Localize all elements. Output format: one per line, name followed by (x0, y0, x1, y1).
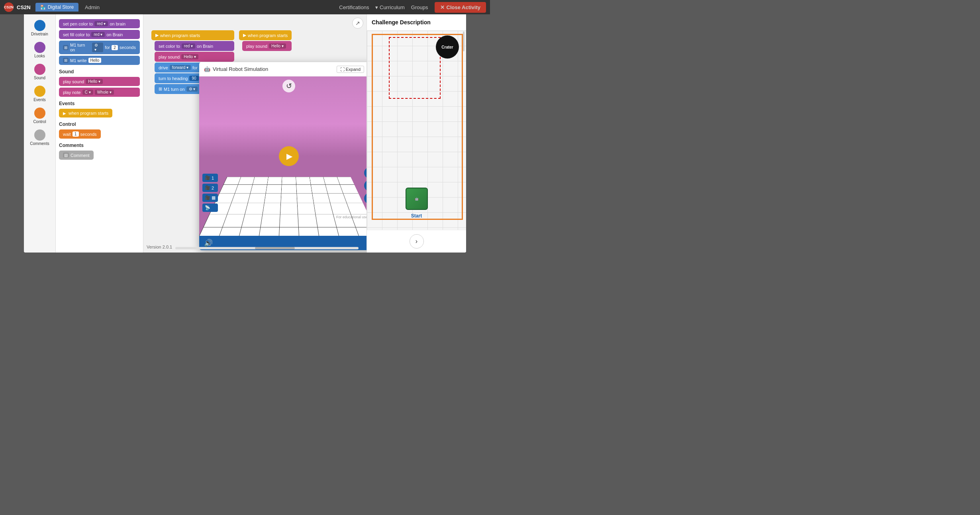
events-section-title: Events (59, 101, 140, 106)
audio-button[interactable]: 🔊 (204, 239, 213, 247)
camera-audio-button[interactable]: 📡 (202, 204, 218, 212)
camera-1-button[interactable]: 🎥1 (202, 174, 218, 182)
workspace: ▶ when program starts set color to red ▾… (143, 14, 367, 253)
m1-write-icon: ⊞ (63, 58, 69, 63)
cs2n-logo: CS2N (4, 2, 14, 12)
challenge-title: Challenge Description (367, 14, 466, 31)
code-stack-2: ▶ when program starts play sound Hello ▾ (239, 30, 292, 52)
challenge-scrollbar-thumb (463, 31, 465, 51)
set-pen-color-block[interactable]: set pen color to red ▾ on brain (59, 19, 140, 28)
close-icon: ✕ (440, 4, 445, 10)
nav-right-section: Certifications ▾ Curriculum Groups ✕ Clo… (339, 2, 486, 13)
sidebar-item-drivetrain[interactable]: Drivetrain (24, 18, 55, 39)
reset-icon: ↺ (286, 82, 292, 90)
m1-write-block[interactable]: ⊞ M1 write Hello (59, 56, 140, 65)
control-section-title: Control (59, 121, 140, 127)
simulation-viewport: ▶ ↺ 🎥1 🎥2 🎥▦ (199, 76, 367, 236)
wait-seconds-block[interactable]: wait 1 seconds (59, 129, 101, 139)
simulation-controls-right: ⬜ ☁ ⊙ (364, 167, 367, 204)
comment-icon: ▧ (63, 153, 69, 158)
sidebar-item-control[interactable]: Control (24, 105, 55, 126)
robot-illustration: 🤖 (406, 188, 428, 210)
sidebar-item-sound[interactable]: Sound (24, 61, 55, 82)
brand-name: CS2N (17, 4, 31, 10)
simulation-floor-grid (199, 177, 367, 236)
store-icon: 🏪 (40, 5, 46, 10)
ws-set-color-block[interactable]: set color to red ▾ on Brain (155, 41, 234, 51)
comments-icon (34, 129, 45, 141)
play-note-block[interactable]: play note C ▾ Whole ▾ (59, 88, 140, 97)
set-fill-color-block[interactable]: set fill color to red ▾ on Brain (59, 30, 140, 39)
category-sidebar: Drivetrain Looks Sound Events Control Co… (24, 14, 56, 253)
close-activity-button[interactable]: ✕ Close Activity (435, 2, 486, 13)
admin-link[interactable]: Admin (82, 4, 103, 10)
control-icon (34, 108, 45, 119)
groups-link[interactable]: Groups (411, 4, 428, 10)
comments-section-title: Comments (59, 143, 140, 148)
challenge-navigation: › (367, 230, 466, 253)
ws-when-program-starts-block[interactable]: ▶ when program starts (151, 30, 234, 40)
simulation-floor (199, 177, 367, 236)
drivetrain-icon (34, 20, 45, 31)
sound-section-title: Sound (59, 69, 140, 74)
camera-controls-left: 🎥1 🎥2 🎥▦ 📡 (202, 174, 218, 212)
export-icon: ↗ (355, 20, 360, 26)
version-label: Version 2.0.1 (147, 245, 172, 249)
sidebar-item-looks[interactable]: Looks (24, 39, 55, 61)
comment-block[interactable]: ▧ Comment (59, 151, 94, 160)
workspace-scrollbar-thumb (255, 247, 295, 249)
camera-2-button[interactable]: 🎥2 (202, 184, 218, 192)
top-navigation: CS2N CS2N 🏪 Digital Store Admin Certific… (0, 0, 490, 14)
watermark: For educational use only (336, 215, 367, 219)
m1-block-icon: ⊞ (63, 45, 69, 50)
curriculum-link[interactable]: ▾ Curriculum (375, 4, 404, 10)
play-sound-block[interactable]: play sound Hello ▾ (59, 77, 140, 86)
sound-icon (34, 64, 45, 75)
main-modal: Drivetrain Looks Sound Events Control Co… (24, 14, 466, 253)
sidebar-item-events[interactable]: Events (24, 83, 55, 104)
workspace-scrollbar[interactable] (175, 247, 359, 249)
m1-turn-on-block[interactable]: ⊞ M1 turn on ⚙ ▾ for 2 seconds (59, 41, 140, 54)
challenge-path (389, 37, 441, 99)
ws2-play-sound-block[interactable]: play sound Hello ▾ (242, 41, 292, 51)
control-button-3[interactable]: ⊙ (364, 193, 367, 204)
simulation-play-button[interactable]: ▶ (279, 146, 299, 166)
certifications-link[interactable]: Certifications (339, 4, 369, 10)
simulation-panel: 🤖 Virtual Robot Simulation ⛶ Expand ⋮ (199, 62, 367, 250)
simulation-header: 🤖 Virtual Robot Simulation ⛶ Expand ⋮ (199, 62, 367, 76)
simulation-actions: ⛶ Expand ⋮ (337, 65, 367, 73)
challenge-panel: Challenge Description Crater 🤖 Start (367, 14, 466, 253)
challenge-image-area: Crater 🤖 Start (367, 31, 466, 230)
looks-icon (34, 42, 45, 53)
control-button-2[interactable]: ☁ (364, 180, 367, 191)
screenshot-button[interactable]: ⬜ (364, 167, 367, 178)
ws2-when-program-starts-block[interactable]: ▶ when program starts (239, 30, 292, 40)
ws-m1-icon: ⊞ (159, 86, 162, 92)
digital-store-tab[interactable]: 🏪 Digital Store (35, 3, 78, 12)
workspace-export-button[interactable]: ↗ (352, 18, 363, 29)
play-icon: ▶ (286, 151, 292, 161)
simulation-title: 🤖 Virtual Robot Simulation (204, 66, 268, 72)
simulation-reset-button[interactable]: ↺ (282, 80, 295, 92)
sidebar-item-comments[interactable]: Comments (24, 127, 55, 148)
challenge-scrollbar-track[interactable] (462, 31, 465, 230)
challenge-next-button[interactable]: › (410, 234, 424, 249)
start-label: Start (411, 213, 422, 219)
expand-button[interactable]: ⛶ Expand (337, 66, 364, 73)
blocks-panel: set pen color to red ▾ on brain set fill… (56, 14, 143, 253)
when-program-starts-block[interactable]: ▶ when program starts (59, 109, 112, 117)
camera-3-button[interactable]: 🎥▦ (202, 194, 218, 202)
events-icon (34, 86, 45, 97)
crater-circle: Crater (436, 35, 459, 59)
ws-play-sound-block[interactable]: play sound Hello ▾ (155, 52, 234, 62)
